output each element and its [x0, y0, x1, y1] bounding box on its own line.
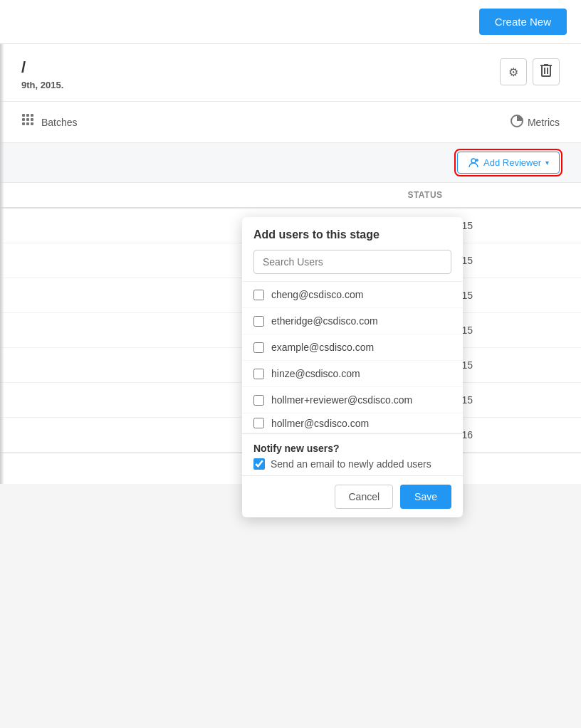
create-new-button[interactable]: Create New: [479, 9, 567, 35]
page-title: /: [21, 58, 63, 77]
user-checkbox-0[interactable]: [253, 290, 264, 300]
search-box: [253, 250, 451, 274]
dropdown-chevron-icon: ▾: [545, 159, 549, 167]
user-email-5: hollmer@csdisco.com: [271, 418, 369, 429]
list-item[interactable]: hollmer@csdisco.com: [242, 413, 463, 433]
notify-title: Notify new users?: [253, 443, 451, 454]
user-email-1: etheridge@csdisco.com: [271, 315, 378, 327]
page-title-section: / 9th, 2015.: [21, 58, 63, 90]
svg-rect-4: [26, 118, 29, 121]
svg-rect-1: [26, 114, 29, 117]
svg-rect-6: [22, 122, 25, 125]
user-checkbox-5[interactable]: [253, 418, 264, 428]
page-subtitle: 9th, 2015.: [21, 80, 63, 90]
gear-icon: ⚙: [508, 65, 518, 79]
list-item[interactable]: cheng@csdisco.com: [242, 282, 463, 308]
page-header: / 9th, 2015. ⚙: [0, 44, 581, 102]
user-checkbox-1[interactable]: [253, 316, 264, 327]
cancel-button[interactable]: Cancel: [335, 485, 393, 509]
add-reviewer-label: Add Reviewer: [483, 157, 541, 168]
svg-rect-8: [31, 122, 33, 125]
trash-icon: [540, 64, 552, 80]
list-item[interactable]: example@csdisco.com: [242, 334, 463, 361]
batches-icon: [21, 113, 36, 131]
list-item[interactable]: etheridge@csdisco.com: [242, 308, 463, 334]
svg-rect-2: [31, 114, 33, 117]
notify-label: Send an email to newly added users: [271, 458, 431, 470]
add-reviewer-button[interactable]: Add Reviewer ▾: [457, 152, 560, 174]
list-item[interactable]: hollmer+reviewer@csdisco.com: [242, 387, 463, 413]
list-item[interactable]: hinze@csdisco.com: [242, 361, 463, 387]
user-checkbox-3[interactable]: [253, 369, 264, 379]
user-checkbox-4[interactable]: [253, 395, 264, 406]
svg-rect-7: [26, 122, 29, 125]
search-users-input[interactable]: [253, 250, 451, 274]
metrics-tab[interactable]: Metrics: [511, 115, 560, 130]
modal-footer: Cancel Save: [242, 475, 463, 517]
batches-label: Batches: [41, 117, 78, 128]
user-email-0: cheng@csdisco.com: [271, 289, 363, 300]
batches-tab[interactable]: Batches: [21, 102, 78, 142]
stage-bar: Add Reviewer ▾: [0, 143, 581, 183]
notify-checkbox[interactable]: [253, 458, 265, 470]
metrics-icon: [511, 115, 523, 130]
metrics-label: Metrics: [528, 117, 560, 128]
top-bar: Create New: [0, 0, 581, 44]
svg-rect-0: [22, 114, 25, 117]
table-header: STATUS: [0, 183, 581, 209]
header-actions: ⚙: [500, 58, 560, 85]
torn-edge-decoration: [0, 44, 4, 484]
svg-rect-5: [31, 118, 33, 121]
notify-option[interactable]: Send an email to newly added users: [253, 458, 451, 470]
table-column-empty: [21, 190, 290, 200]
user-email-3: hinze@csdisco.com: [271, 368, 360, 379]
user-email-4: hollmer+reviewer@csdisco.com: [271, 394, 412, 406]
nav-section: Batches Metrics: [0, 102, 581, 143]
user-email-2: example@csdisco.com: [271, 342, 374, 353]
notify-section: Notify new users? Send an email to newly…: [242, 433, 463, 475]
user-list: cheng@csdisco.com etheridge@csdisco.com …: [242, 281, 463, 433]
modal-title: Add users to this stage: [242, 217, 463, 250]
add-users-modal: Add users to this stage cheng@csdisco.co…: [242, 217, 463, 517]
svg-point-10: [471, 159, 476, 163]
svg-rect-3: [22, 118, 25, 121]
gear-button[interactable]: ⚙: [500, 58, 527, 85]
user-checkbox-2[interactable]: [253, 342, 264, 353]
table-column-status: STATUS: [290, 190, 560, 200]
save-button[interactable]: Save: [400, 485, 451, 509]
trash-button[interactable]: [533, 58, 560, 85]
